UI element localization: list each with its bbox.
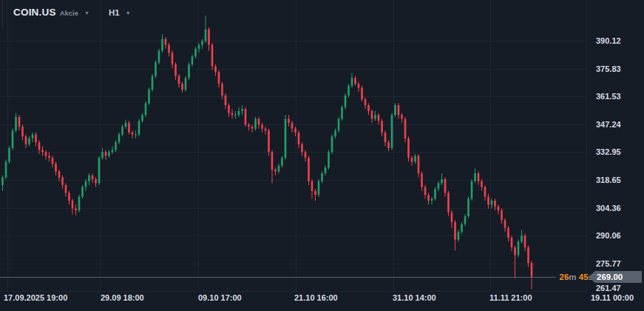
price-axis-label: 332.95 (586, 147, 644, 157)
candle-body (18, 117, 21, 127)
candle-body (241, 109, 243, 111)
candle-body (345, 96, 347, 107)
candle-body (431, 198, 433, 201)
candle-body (191, 56, 194, 64)
price-axis-label: 261.47 (586, 283, 644, 293)
candlestick-chart[interactable] (0, 0, 644, 311)
interval-label: H1 (109, 8, 120, 17)
candle-body (414, 156, 416, 162)
candle-body (201, 41, 203, 44)
candle-body (172, 53, 174, 64)
candle-body (325, 167, 327, 173)
candle-body (281, 158, 283, 166)
candle-body (481, 181, 483, 187)
candle-body (148, 90, 150, 103)
candle-body (168, 45, 170, 53)
candle-body (208, 30, 210, 45)
candle-body (141, 115, 143, 121)
candle-body (358, 84, 360, 87)
candle-body (101, 152, 104, 158)
candle-body (194, 49, 197, 57)
candle-body (161, 39, 163, 51)
candle-body (451, 213, 453, 222)
candle-body (394, 105, 396, 115)
candle-body (291, 123, 294, 129)
toolbar-left-divider (2, 0, 3, 28)
candle-body (314, 191, 316, 195)
candle-body (65, 185, 67, 193)
candle-body (331, 136, 333, 152)
candle-body (41, 150, 44, 153)
time-axis-label: 17.09.2025 19:00 (4, 293, 67, 302)
candle-body (145, 103, 147, 115)
symbol-name: COIN.US (13, 7, 56, 18)
candle-body (108, 152, 110, 156)
candle-body (121, 127, 123, 135)
candle-body (487, 197, 489, 205)
candle-body (25, 136, 27, 144)
interval-selector[interactable]: H1 ▼ (109, 8, 131, 17)
price-axis-label: 390.12 (586, 36, 644, 46)
chevron-down-icon: ▼ (126, 10, 131, 16)
candle-body (211, 45, 214, 67)
candle-body (248, 124, 250, 127)
candle-body (294, 129, 296, 133)
candle-body (205, 30, 207, 41)
candle-body (308, 158, 310, 181)
current-price-badge: 269.00 (589, 271, 642, 283)
candle-body (504, 220, 506, 228)
candle-body (38, 142, 41, 150)
candle-body (441, 179, 443, 183)
candle-body (35, 135, 37, 143)
time-axis-label: 09.10 17:00 (198, 293, 242, 302)
candle-body (152, 76, 154, 90)
candle-body (274, 170, 277, 172)
candle-body (521, 235, 523, 241)
time-axis-label: 11.11 21:00 (489, 293, 532, 302)
bar-countdown: 26m 45s (556, 272, 593, 283)
candle-body (115, 142, 117, 150)
candle-body (112, 150, 114, 153)
countdown-minutes: 26 (560, 272, 569, 281)
candle-body (501, 210, 503, 220)
candle-body (438, 183, 440, 189)
candle-body (231, 113, 234, 116)
candle-body (132, 133, 134, 135)
candle-body (95, 179, 97, 183)
candle-body (61, 177, 64, 185)
candle-body (75, 209, 77, 211)
time-axis-label: 21.10 16:00 (294, 293, 338, 302)
candle-body (225, 96, 227, 105)
candle-body (45, 152, 47, 156)
candle-body (434, 189, 436, 198)
candle-body (334, 130, 336, 136)
price-axis-label: 318.65 (586, 175, 644, 185)
candle-body (527, 247, 529, 263)
candle-body (321, 173, 323, 181)
price-axis-label: 290.06 (586, 230, 644, 241)
candle-body (48, 156, 50, 158)
candle-body (478, 173, 480, 181)
candle-body (92, 175, 94, 179)
candle-body (464, 216, 467, 224)
candle-body (381, 121, 383, 133)
candle-body (421, 173, 423, 187)
candle-body (374, 115, 376, 118)
candle-body (507, 228, 509, 238)
candle-body (81, 187, 84, 197)
candle-body (251, 127, 254, 129)
candle-body (258, 119, 260, 125)
candle-body (72, 201, 74, 209)
candle-body (58, 172, 61, 178)
candle-body (484, 187, 487, 197)
candle-body (21, 127, 24, 136)
candle-body (467, 198, 470, 216)
price-axis-label: 375.83 (586, 64, 644, 74)
candle-body (254, 119, 257, 129)
candle-body (384, 133, 387, 142)
candle-body (78, 197, 81, 210)
candle-body (458, 232, 460, 240)
candle-body (185, 78, 187, 90)
candle-body (178, 76, 180, 84)
symbol-selector[interactable]: COIN.US Akcie ▼ (13, 7, 89, 18)
